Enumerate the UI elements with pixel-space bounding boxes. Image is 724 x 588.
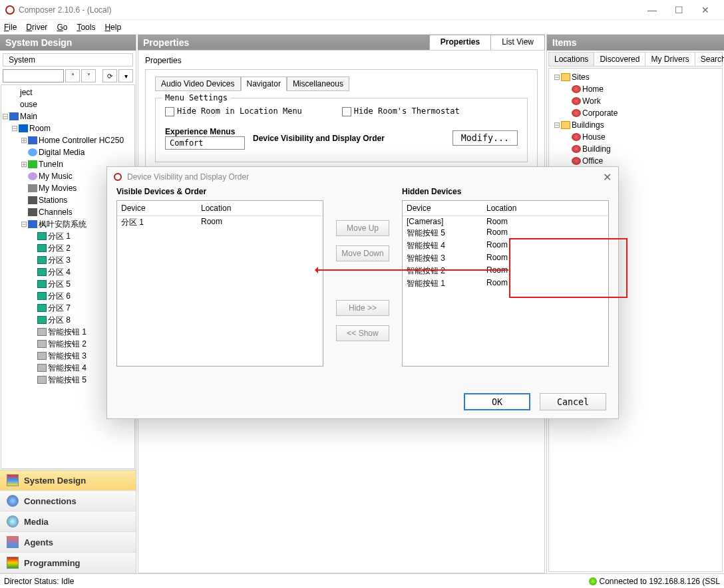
close-button[interactable]: ✕ bbox=[692, 5, 719, 15]
show-button[interactable]: << Show bbox=[336, 325, 389, 341]
refresh-button[interactable]: ⟳ bbox=[102, 69, 117, 82]
hidden-device-row[interactable]: 智能按钮 1Room bbox=[403, 277, 608, 290]
maximize-button[interactable]: ☐ bbox=[665, 5, 692, 15]
nav-panel: System DesignConnectionsMediaAgentsProgr… bbox=[0, 470, 136, 573]
dvdo-dialog: Device Visibility and Display Order ✕ Vi… bbox=[106, 166, 619, 419]
rtab-search[interactable]: Search bbox=[695, 53, 724, 66]
filter-button[interactable]: ▾ bbox=[118, 69, 133, 82]
nav-down-button[interactable]: ˅ bbox=[81, 69, 96, 82]
rtab-discovered[interactable]: Discovered bbox=[594, 53, 645, 66]
dialog-title: Device Visibility and Display Order bbox=[127, 172, 249, 182]
ptab-navigator[interactable]: Navigator bbox=[241, 76, 287, 91]
minimize-button[interactable]: — bbox=[639, 5, 665, 15]
visible-devices-caption: Visible Devices & Order bbox=[116, 187, 323, 196]
hidden-device-row[interactable]: 智能按钮 2Room bbox=[403, 265, 608, 277]
tab-properties[interactable]: Properties bbox=[429, 35, 491, 51]
col-location: Location bbox=[201, 204, 231, 213]
hidden-device-row[interactable]: 智能按钮 5Room bbox=[403, 227, 608, 239]
ok-button[interactable]: OK bbox=[464, 393, 530, 410]
menu-help[interactable]: Help bbox=[104, 23, 121, 32]
properties-sublabel: Properties bbox=[145, 56, 538, 65]
menu-bar: File Driver Go Tools Help bbox=[0, 20, 724, 35]
visible-device-row[interactable]: 分区 1Room bbox=[117, 216, 323, 229]
items-tree-item[interactable]: Building bbox=[550, 143, 721, 155]
col-location-h: Location bbox=[486, 204, 516, 213]
properties-header: Properties bbox=[138, 35, 430, 51]
status-right: Connected to 192.168.8.126 (SSL bbox=[600, 577, 720, 586]
nav-item[interactable]: Agents bbox=[0, 532, 136, 553]
col-device-h: Device bbox=[407, 204, 486, 213]
filter-combo[interactable] bbox=[3, 69, 64, 82]
menu-go[interactable]: Go bbox=[57, 23, 67, 32]
rtab-my-drivers[interactable]: My Drivers bbox=[645, 53, 695, 66]
menu-tools[interactable]: Tools bbox=[77, 23, 95, 32]
menu-driver[interactable]: Driver bbox=[26, 23, 47, 32]
app-logo-icon bbox=[5, 5, 15, 15]
items-header: Items bbox=[547, 35, 724, 51]
items-tree-item[interactable]: ⊟Sites bbox=[550, 71, 721, 83]
tree-item[interactable]: ⊞Home Controller HC250 bbox=[1, 134, 134, 146]
items-tree-item[interactable]: ⊟Buildings bbox=[550, 119, 721, 131]
hidden-device-row[interactable]: 智能按钮 3Room bbox=[403, 252, 608, 265]
tree-item[interactable]: Digital Media bbox=[1, 146, 134, 158]
cancel-button[interactable]: Cancel bbox=[540, 393, 606, 410]
hidden-device-row[interactable]: 智能按钮 4Room bbox=[403, 239, 608, 252]
nav-item[interactable]: System Design bbox=[0, 470, 136, 491]
menu-file[interactable]: File bbox=[4, 23, 17, 32]
rtab-locations[interactable]: Locations bbox=[549, 53, 594, 66]
left-toolbar: ˄ ˅ ⟳ ▾ bbox=[0, 68, 136, 84]
menu-settings-legend: Menu Settings bbox=[162, 93, 230, 102]
items-tree-item[interactable]: Home bbox=[550, 83, 721, 95]
items-tree-item[interactable]: Office bbox=[550, 155, 721, 167]
experience-menu-combo[interactable]: Comfort bbox=[165, 136, 245, 150]
tree-item[interactable]: ⊟Main bbox=[1, 110, 134, 122]
hidden-devices-caption: Hidden Devices bbox=[402, 187, 609, 196]
window-title: Composer 2.10.6 - (Local) bbox=[19, 5, 111, 15]
tree-item[interactable]: ject bbox=[1, 86, 134, 98]
hide-thermostat-checkbox[interactable]: Hide Room's Thermostat bbox=[342, 106, 460, 116]
window-titlebar: Composer 2.10.6 - (Local) — ☐ ✕ bbox=[0, 0, 724, 20]
system-button[interactable]: System bbox=[3, 53, 133, 67]
visible-devices-list: Visible Devices & Order Device Location … bbox=[116, 187, 323, 385]
left-panel-header: System Design bbox=[0, 35, 136, 51]
ptab-av-devices[interactable]: Audio Video Devices bbox=[155, 76, 241, 91]
nav-item[interactable]: Media bbox=[0, 512, 136, 532]
items-tree-item[interactable]: Work bbox=[550, 95, 721, 107]
experience-menus-label: Experience Menus bbox=[165, 127, 245, 136]
nav-item[interactable]: Programming bbox=[0, 553, 136, 573]
ptab-misc[interactable]: Miscellaneous bbox=[287, 76, 349, 91]
hide-room-location-checkbox[interactable]: Hide Room in Location Menu bbox=[165, 106, 302, 116]
nav-item[interactable]: Connections bbox=[0, 491, 136, 512]
items-tree-item[interactable]: Corporate bbox=[550, 107, 721, 119]
move-down-button[interactable]: Move Down bbox=[336, 245, 389, 261]
items-tree-item[interactable]: House bbox=[550, 131, 721, 143]
modify-button[interactable]: Modify... bbox=[452, 130, 518, 146]
status-bar: Director Status: Idle Connected to 192.1… bbox=[0, 573, 724, 588]
nav-up-button[interactable]: ˄ bbox=[65, 69, 80, 82]
hide-button[interactable]: Hide >> bbox=[336, 300, 389, 316]
connection-status-icon bbox=[589, 577, 597, 585]
tree-item[interactable]: ⊟Room bbox=[1, 122, 134, 134]
dvdo-label: Device Visibility and Display Order bbox=[253, 134, 445, 143]
tab-list-view[interactable]: List View bbox=[490, 35, 545, 51]
dialog-close-button[interactable]: ✕ bbox=[603, 171, 612, 184]
status-left: Director Status: Idle bbox=[4, 577, 74, 586]
col-device: Device bbox=[121, 204, 201, 213]
hidden-device-row[interactable]: [Cameras]Room bbox=[403, 216, 608, 227]
dialog-logo-icon bbox=[114, 173, 122, 181]
tree-item[interactable]: ouse bbox=[1, 98, 134, 110]
move-up-button[interactable]: Move Up bbox=[336, 220, 389, 236]
hidden-devices-list: Hidden Devices Device Location [Cameras]… bbox=[402, 187, 609, 385]
